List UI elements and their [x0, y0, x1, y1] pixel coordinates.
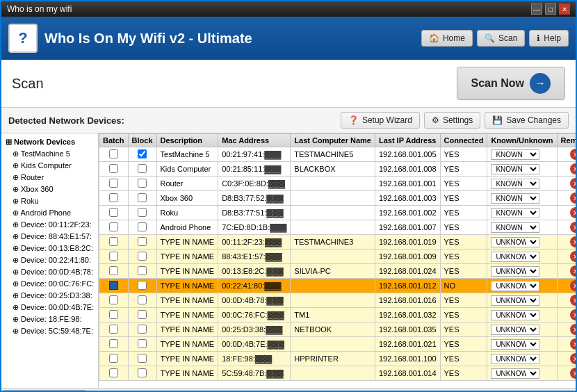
block-checkbox[interactable] — [138, 354, 147, 363]
block-checkbox[interactable] — [138, 339, 147, 348]
known-select[interactable]: KNOWNUNKNOWN — [491, 237, 539, 247]
remove-button[interactable]: ✕ — [570, 368, 576, 379]
tree-item[interactable]: ⊕ Device: 00:0D:4B:78: — [1, 266, 98, 278]
scan-panel: Scan Scan Now → — [1, 60, 576, 108]
batch-checkbox-checked[interactable] — [109, 281, 118, 290]
known-select[interactable]: KNOWNUNKNOWN — [491, 310, 539, 320]
known-select[interactable]: KNOWNUNKNOWN — [491, 179, 539, 189]
batch-checkbox[interactable] — [109, 339, 118, 348]
remove-button[interactable]: ✕ — [570, 251, 576, 262]
known-select[interactable]: KNOWNUNKNOWN — [491, 149, 539, 160]
tree-item[interactable]: ⊕ Device: 00:13:E8:2C: — [1, 243, 98, 254]
col-connected: Connected — [440, 134, 487, 147]
block-checkbox[interactable] — [138, 325, 147, 334]
batch-checkbox[interactable] — [109, 310, 118, 319]
block-checkbox[interactable] — [138, 149, 147, 158]
remove-button[interactable]: ✕ — [570, 207, 576, 218]
batch-checkbox[interactable] — [109, 325, 118, 334]
help-button[interactable]: ℹ Help — [529, 30, 569, 47]
known-select[interactable]: KNOWNUNKNOWN — [491, 164, 539, 174]
batch-checkbox[interactable] — [109, 164, 118, 173]
block-checkbox[interactable] — [138, 179, 147, 188]
batch-checkbox[interactable] — [109, 179, 118, 188]
tree-item[interactable]: ⊕ Device: 00:0D:4B:7E: — [1, 302, 98, 313]
remove-button[interactable]: ✕ — [570, 222, 576, 233]
block-checkbox[interactable] — [138, 310, 147, 319]
scan-now-button[interactable]: Scan Now → — [457, 67, 565, 100]
batch-checkbox[interactable] — [109, 252, 118, 261]
batch-checkbox[interactable] — [109, 208, 118, 217]
known-select[interactable]: KNOWNUNKNOWN — [491, 339, 539, 350]
tree-root[interactable]: ⊞ Network Devices — [1, 136, 98, 148]
known-select[interactable]: KNOWNUNKNOWN — [491, 208, 539, 218]
remove-button[interactable]: ✕ — [570, 295, 576, 306]
remove-button[interactable]: ✕ — [570, 266, 576, 277]
known-select[interactable]: KNOWNUNKNOWN — [491, 368, 539, 379]
tree-item[interactable]: ⊕ Android Phone — [1, 207, 98, 219]
known-select[interactable]: KNOWNUNKNOWN — [491, 281, 539, 291]
bottom-scrollbar[interactable] — [1, 388, 576, 392]
batch-checkbox[interactable] — [109, 149, 118, 158]
home-button[interactable]: 🏠 Home — [421, 30, 473, 47]
block-checkbox[interactable] — [138, 222, 147, 231]
known-select[interactable]: KNOWNUNKNOWN — [491, 222, 539, 233]
tree-item[interactable]: ⊕ Device: 5C:59:48:7E: — [1, 325, 98, 337]
block-checkbox[interactable] — [138, 295, 147, 304]
scan-header-button[interactable]: 🔍 Scan — [477, 30, 525, 47]
remove-button[interactable]: ✕ — [570, 324, 576, 335]
known-select[interactable]: KNOWNUNKNOWN — [491, 193, 539, 204]
batch-checkbox[interactable] — [109, 222, 118, 231]
remove-button[interactable]: ✕ — [570, 149, 576, 160]
maximize-button[interactable]: □ — [545, 3, 556, 15]
block-checkbox[interactable] — [138, 208, 147, 217]
last-name-cell — [291, 177, 375, 191]
known-select[interactable]: KNOWNUNKNOWN — [491, 252, 539, 262]
tree-item[interactable]: ⊕ Device: 00:22:41:80: — [1, 254, 98, 266]
mac-cell: 00:22:41:80:▓▓▓ — [218, 279, 291, 293]
batch-checkbox[interactable] — [109, 368, 118, 377]
scroll-track[interactable] — [3, 390, 86, 393]
block-checkbox[interactable] — [138, 252, 147, 261]
minimize-button[interactable]: — — [531, 3, 542, 15]
tree-item[interactable]: ⊕ Device: 18:FE:98: — [1, 313, 98, 325]
settings-button[interactable]: ⚙ Settings — [424, 112, 480, 129]
tree-item[interactable]: ⊕ Device: 88:43:E1:57: — [1, 231, 98, 243]
tree-item[interactable]: ⊕ Device: 00:11:2F:23: — [1, 219, 98, 231]
remove-button[interactable]: ✕ — [570, 163, 576, 174]
block-checkbox[interactable] — [138, 237, 147, 246]
known-select[interactable]: KNOWNUNKNOWN — [491, 295, 539, 306]
save-changes-button[interactable]: 💾 Save Changes — [485, 112, 569, 129]
batch-checkbox[interactable] — [109, 193, 118, 202]
tree-item[interactable]: ⊕ Device: 00:0C:76:FC: — [1, 278, 98, 290]
batch-checkbox[interactable] — [109, 266, 118, 275]
remove-button[interactable]: ✕ — [570, 353, 576, 364]
close-button[interactable]: ✕ — [559, 3, 570, 15]
remove-button[interactable]: ✕ — [570, 193, 576, 204]
tree-item[interactable]: ⊕ Device: 00:25:D3:38: — [1, 290, 98, 302]
known-select[interactable]: KNOWNUNKNOWN — [491, 325, 539, 335]
known-select[interactable]: KNOWNUNKNOWN — [491, 266, 539, 277]
remove-button[interactable]: ✕ — [570, 338, 576, 350]
col-last-name: Last Computer Name — [291, 134, 375, 147]
remove-button[interactable]: ✕ — [570, 280, 576, 291]
block-checkbox[interactable] — [138, 368, 147, 377]
block-checkbox[interactable] — [138, 193, 147, 202]
connected-cell: YES — [440, 352, 487, 366]
batch-checkbox[interactable] — [109, 295, 118, 304]
block-checkbox[interactable] — [138, 164, 147, 173]
batch-checkbox[interactable] — [109, 237, 118, 246]
tree-item[interactable]: ⊕ Router — [1, 172, 98, 183]
tree-item[interactable]: ⊕ Xbox 360 — [1, 183, 98, 195]
remove-button[interactable]: ✕ — [570, 309, 576, 320]
tree-item[interactable]: ⊕ TestMachine 5 — [1, 148, 98, 160]
known-select[interactable]: KNOWNUNKNOWN — [491, 354, 539, 364]
batch-checkbox[interactable] — [109, 354, 118, 363]
remove-button[interactable]: ✕ — [570, 178, 576, 189]
block-checkbox[interactable] — [138, 266, 147, 275]
remove-button[interactable]: ✕ — [570, 236, 576, 247]
block-checkbox[interactable] — [138, 281, 147, 290]
table-area[interactable]: Batch Block Description Mac Address Last… — [99, 133, 576, 388]
tree-item[interactable]: ⊕ Roku — [1, 195, 98, 207]
tree-item[interactable]: ⊕ Kids Computer — [1, 160, 98, 172]
setup-wizard-button[interactable]: ❓ Setup Wizard — [341, 112, 420, 129]
